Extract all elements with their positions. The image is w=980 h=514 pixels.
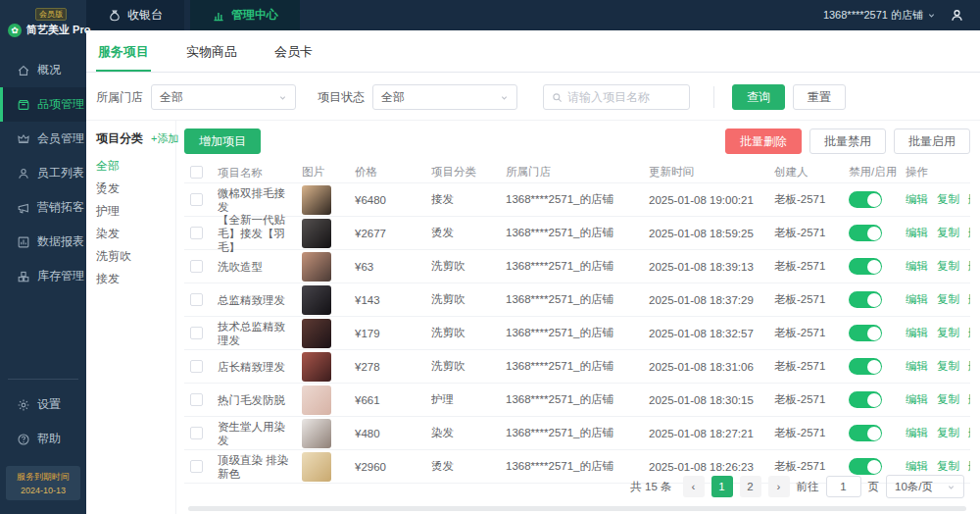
copy-link[interactable]: 复制	[937, 359, 959, 374]
category-item-全部[interactable]: 全部	[96, 159, 175, 174]
table-row: 店长精致理发¥278洗剪吹1368****2571_的店铺2025-01-08 …	[184, 350, 970, 384]
query-button[interactable]: 查询	[732, 84, 785, 110]
enable-toggle[interactable]	[849, 325, 882, 341]
delete-link[interactable]: 删除	[968, 292, 970, 307]
delete-link[interactable]: 删除	[968, 392, 970, 407]
enable-toggle[interactable]	[849, 391, 882, 408]
delete-link[interactable]: 删除	[968, 359, 970, 374]
item-creator: 老板-2571	[774, 326, 849, 340]
horizontal-scrollbar[interactable]	[188, 506, 966, 511]
edit-link[interactable]: 编辑	[906, 192, 928, 207]
item-category: 洗剪吹	[431, 326, 506, 340]
sidebar-item-库存管理[interactable]: 库存管理	[0, 259, 86, 293]
user-icon[interactable]	[950, 8, 964, 23]
row-checkbox[interactable]	[190, 393, 203, 406]
sidebar-item-会员管理[interactable]: 会员管理	[0, 122, 86, 156]
row-checkbox[interactable]	[190, 360, 203, 373]
top-tab-label: 管理中心	[231, 7, 278, 24]
category-panel: 项目分类 +添加 全部烫发护理染发洗剪吹接发	[86, 121, 176, 514]
edit-link[interactable]: 编辑	[906, 292, 928, 307]
table-row: 洗吹造型¥63洗剪吹1368****2571_的店铺2025-01-08 18:…	[184, 250, 970, 283]
batch-disable-button[interactable]: 批量禁用	[809, 128, 886, 154]
item-name: 微棉双排毛接发	[218, 186, 302, 214]
edit-link[interactable]: 编辑	[906, 259, 928, 274]
enable-toggle[interactable]	[849, 458, 882, 475]
enable-toggle[interactable]	[849, 358, 882, 375]
copy-link[interactable]: 复制	[937, 192, 959, 207]
next-page-button[interactable]: ›	[768, 476, 790, 497]
sidebar-item-数据报表[interactable]: 数据报表	[0, 225, 86, 259]
sidebar-item-营销拓客[interactable]: 营销拓客	[0, 190, 86, 225]
goto-page-input[interactable]	[826, 476, 861, 497]
copy-link[interactable]: 复制	[937, 392, 959, 407]
batch-delete-button[interactable]: 批量删除	[725, 128, 802, 154]
enable-toggle[interactable]	[849, 258, 882, 275]
delete-link[interactable]: 删除	[968, 259, 970, 274]
page-button-1[interactable]: 1	[711, 476, 733, 497]
category-item-洗剪吹[interactable]: 洗剪吹	[96, 249, 175, 264]
status-filter-select[interactable]: 全部	[372, 84, 517, 110]
reset-button[interactable]: 重置	[793, 84, 846, 110]
item-category: 烫发	[431, 226, 506, 240]
delete-link[interactable]: 删除	[968, 226, 970, 240]
category-item-烫发[interactable]: 烫发	[96, 181, 175, 196]
row-checkbox[interactable]	[190, 293, 203, 306]
edit-link[interactable]: 编辑	[906, 359, 928, 374]
column-header: 项目名称	[218, 166, 302, 180]
top-tab-cashier[interactable]: 收银台	[86, 0, 184, 30]
tab-会员卡[interactable]: 会员卡	[272, 30, 315, 72]
chevron-down-icon	[947, 483, 956, 491]
add-item-button[interactable]: 增加项目	[184, 128, 261, 154]
sidebar-item-概况[interactable]: 概况	[0, 53, 86, 87]
item-price: ¥661	[355, 394, 431, 406]
delete-link[interactable]: 删除	[968, 426, 970, 440]
item-update-time: 2025-01-08 18:27:21	[649, 428, 774, 439]
tab-实物商品[interactable]: 实物商品	[184, 30, 239, 72]
edit-link[interactable]: 编辑	[906, 392, 928, 407]
category-item-护理[interactable]: 护理	[96, 204, 175, 219]
page-tabs: 服务项目实物商品会员卡	[86, 30, 980, 73]
batch-enable-button[interactable]: 批量启用	[894, 128, 970, 154]
top-tab-admin[interactable]: 管理中心	[190, 0, 300, 30]
row-checkbox[interactable]	[190, 227, 203, 239]
enable-toggle[interactable]	[849, 191, 882, 208]
edit-link[interactable]: 编辑	[906, 426, 928, 440]
enable-toggle[interactable]	[849, 425, 882, 441]
row-checkbox[interactable]	[190, 260, 203, 273]
sidebar-item-设置[interactable]: 设置	[0, 387, 86, 422]
delete-link[interactable]: 删除	[968, 326, 970, 340]
copy-link[interactable]: 复制	[937, 426, 959, 440]
copy-link[interactable]: 复制	[937, 326, 959, 340]
edit-link[interactable]: 编辑	[906, 326, 928, 340]
brand: 会员版 ✿ 简艺美业 Pro	[0, 0, 86, 43]
page-size-select[interactable]: 10条/页	[886, 475, 964, 498]
search-input[interactable]	[567, 90, 675, 104]
row-checkbox[interactable]	[190, 427, 203, 439]
enable-toggle[interactable]	[849, 291, 882, 308]
copy-link[interactable]: 复制	[937, 259, 959, 274]
select-all-checkbox[interactable]	[190, 166, 203, 179]
copy-link[interactable]: 复制	[937, 292, 959, 307]
row-checkbox[interactable]	[190, 327, 203, 339]
sidebar-item-品项管理[interactable]: 品项管理	[0, 87, 86, 122]
copy-link[interactable]: 复制	[937, 226, 959, 240]
prev-page-button[interactable]: ‹	[683, 476, 705, 497]
sidebar-item-员工列表[interactable]: 员工列表	[0, 156, 86, 190]
help-icon	[16, 433, 30, 446]
category-item-染发[interactable]: 染发	[96, 227, 175, 241]
delete-link[interactable]: 删除	[968, 192, 970, 207]
account-switcher[interactable]: 1368****2571 的店铺	[823, 8, 936, 23]
tab-服务项目[interactable]: 服务项目	[96, 30, 151, 72]
category-item-接发[interactable]: 接发	[96, 272, 175, 286]
items-toolbar: 增加项目 批量删除 批量禁用 批量启用	[184, 128, 970, 154]
item-name: 【全新一代贴毛】接发【羽毛】	[218, 213, 302, 254]
page-button-2[interactable]: 2	[740, 476, 761, 497]
edit-link[interactable]: 编辑	[906, 226, 928, 240]
sidebar-item-帮助[interactable]: 帮助	[0, 422, 86, 456]
row-checkbox[interactable]	[190, 193, 203, 206]
store-filter-select[interactable]: 全部	[151, 84, 296, 110]
item-category: 染发	[431, 426, 506, 440]
item-creator: 老板-2571	[774, 259, 849, 274]
enable-toggle[interactable]	[849, 225, 882, 241]
add-category-button[interactable]: +添加	[151, 131, 178, 146]
